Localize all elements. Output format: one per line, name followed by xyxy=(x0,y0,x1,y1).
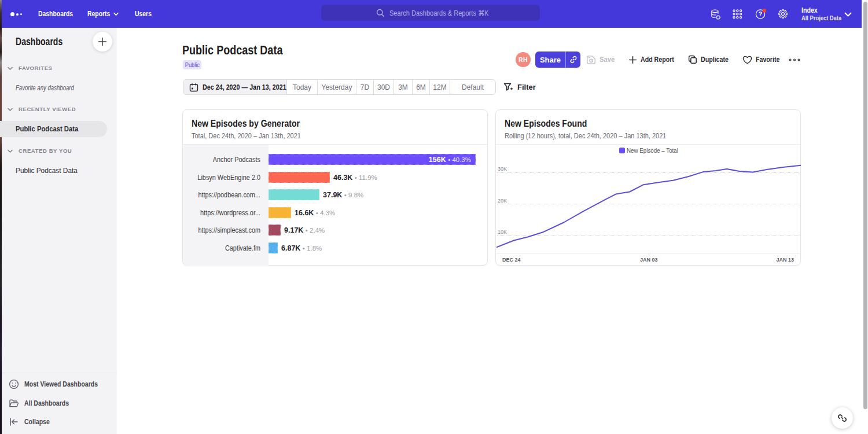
svg-text:?: ? xyxy=(759,10,762,17)
